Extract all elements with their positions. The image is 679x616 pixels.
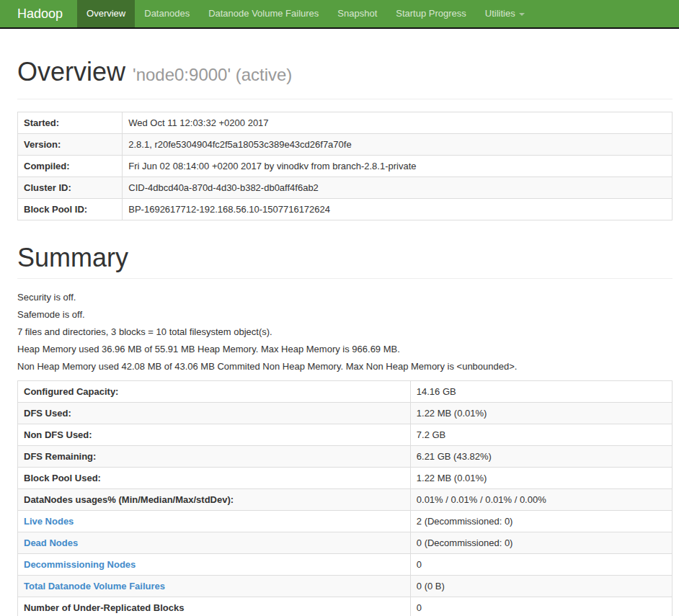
table-row: Live Nodes 2 (Decommissioned: 0) — [18, 511, 673, 532]
overview-table: Started: Wed Oct 11 12:03:32 +0200 2017 … — [17, 112, 673, 220]
summary-row-label-cell: DFS Remaining: — [18, 446, 411, 468]
summary-row-label: DFS Used: — [24, 408, 71, 419]
overview-row-value: 2.8.1, r20fe5304904fc2f5a18053c389e43cd2… — [123, 134, 673, 156]
table-row: DataNodes usages% (Min/Median/Max/stdDev… — [18, 489, 673, 511]
table-row: Version: 2.8.1, r20fe5304904fc2f5a18053c… — [18, 134, 673, 156]
overview-title: Overview — [17, 57, 125, 86]
overview-row-label: Cluster ID: — [18, 177, 123, 199]
summary-row-label-cell: Live Nodes — [18, 511, 411, 532]
overview-row-label: Compiled: — [18, 156, 123, 177]
table-row: Non DFS Used: 7.2 GB — [18, 424, 673, 446]
summary-row-value: 0 (0 B) — [410, 576, 672, 597]
summary-row-value: 7.2 GB — [410, 424, 672, 446]
page-title: Overview 'node0:9000' (active) — [17, 58, 673, 89]
namenode-address-status: 'node0:9000' (active) — [133, 65, 292, 84]
overview-row-label: Block Pool ID: — [18, 199, 123, 220]
table-row: Block Pool ID: BP-1692617712-192.168.56.… — [18, 199, 673, 220]
nav-item[interactable]: Overview — [77, 0, 135, 27]
summary-row-link[interactable]: Dead Nodes — [24, 537, 78, 548]
summary-row-label-cell: DFS Used: — [18, 403, 411, 424]
table-row: Total Datanode Volume Failures 0 (0 B) — [18, 576, 673, 597]
summary-table: Configured Capacity: 14.16 GB DFS Used: … — [17, 380, 673, 616]
overview-row-value: CID-4dbcd40a-870d-4d30-b382-db0aff4f6ab2 — [123, 177, 673, 199]
summary-paragraphs: Security is off. Safemode is off. 7 file… — [17, 291, 673, 372]
table-row: Block Pool Used: 1.22 MB (0.01%) — [18, 468, 673, 489]
table-row: Decommissioning Nodes 0 — [18, 554, 673, 576]
summary-row-value: 0 — [410, 597, 672, 616]
nav-item[interactable]: Snapshot — [328, 0, 386, 27]
summary-row-label-cell: Dead Nodes — [18, 532, 411, 554]
overview-row-value: BP-1692617712-192.168.56.10-150771617262… — [123, 199, 673, 220]
top-navbar: Hadoop Overview Datanodes Datanode Volum… — [0, 0, 679, 29]
nav-item-label: Overview — [86, 8, 125, 19]
summary-row-value: 0.01% / 0.01% / 0.01% / 0.00% — [410, 489, 672, 511]
nav-item[interactable]: Utilities — [476, 0, 534, 27]
summary-row-label: Block Pool Used: — [24, 473, 101, 483]
summary-row-label: DataNodes usages% (Min/Median/Max/stdDev… — [24, 494, 234, 505]
table-row: Number of Under-Replicated Blocks 0 — [18, 597, 673, 616]
overview-row-value: Fri Jun 02 08:14:00 +0200 2017 by vinodk… — [123, 156, 673, 177]
table-row: DFS Used: 1.22 MB (0.01%) — [18, 403, 673, 424]
nav-item-label: Datanode Volume Failures — [208, 8, 319, 19]
nav-item[interactable]: Startup Progress — [386, 0, 476, 27]
summary-row-link[interactable]: Total Datanode Volume Failures — [24, 581, 165, 592]
table-row: Started: Wed Oct 11 12:03:32 +0200 2017 — [18, 112, 673, 134]
table-row: DFS Remaining: 6.21 GB (43.82%) — [18, 446, 673, 468]
overview-row-value: Wed Oct 11 12:03:32 +0200 2017 — [123, 112, 673, 134]
summary-row-label-cell: DataNodes usages% (Min/Median/Max/stdDev… — [18, 489, 411, 511]
summary-row-label-cell: Decommissioning Nodes — [18, 554, 411, 576]
summary-row-label-cell: Total Datanode Volume Failures — [18, 576, 411, 597]
summary-row-label-cell: Block Pool Used: — [18, 468, 411, 489]
table-row: Compiled: Fri Jun 02 08:14:00 +0200 2017… — [18, 156, 673, 177]
nav-item-label: Utilities — [485, 8, 515, 19]
table-row: Configured Capacity: 14.16 GB — [18, 381, 673, 403]
summary-info-line: Safemode is off. — [17, 308, 673, 321]
table-row: Cluster ID: CID-4dbcd40a-870d-4d30-b382-… — [18, 177, 673, 199]
summary-info-line: 7 files and directories, 3 blocks = 10 t… — [17, 326, 673, 338]
divider — [17, 278, 673, 279]
summary-row-value: 0 — [410, 554, 672, 576]
summary-info-line: Non Heap Memory used 42.08 MB of 43.06 M… — [17, 360, 673, 372]
summary-row-label: Number of Under-Replicated Blocks — [24, 602, 185, 613]
divider — [17, 99, 673, 99]
table-row: Dead Nodes 0 (Decommissioned: 0) — [18, 532, 673, 554]
summary-title: Summary — [17, 244, 673, 272]
page-content: Overview 'node0:9000' (active) Started: … — [0, 58, 679, 616]
nav-item-label: Datanodes — [144, 8, 190, 19]
summary-row-label: Non DFS Used: — [24, 429, 92, 440]
summary-row-link[interactable]: Live Nodes — [24, 516, 74, 527]
summary-info-line: Security is off. — [17, 291, 673, 303]
summary-row-label: Configured Capacity: — [24, 386, 118, 397]
nav-item[interactable]: Datanodes — [135, 0, 199, 27]
summary-row-value: 2 (Decommissioned: 0) — [410, 511, 672, 532]
summary-row-label: DFS Remaining: — [24, 451, 96, 462]
chevron-down-icon — [519, 13, 525, 16]
nav-item-label: Startup Progress — [396, 8, 466, 19]
summary-row-label-cell: Configured Capacity: — [18, 381, 411, 403]
navbar-menu: Overview Datanodes Datanode Volume Failu… — [77, 0, 534, 27]
nav-item-label: Snapshot — [337, 8, 377, 19]
summary-info-line: Heap Memory used 36.96 MB of 55.91 MB He… — [17, 343, 673, 355]
summary-row-label-cell: Number of Under-Replicated Blocks — [18, 597, 411, 616]
summary-row-value: 1.22 MB (0.01%) — [410, 468, 672, 489]
brand-hadoop[interactable]: Hadoop — [0, 0, 77, 27]
nav-item[interactable]: Datanode Volume Failures — [199, 0, 328, 27]
summary-row-label-cell: Non DFS Used: — [18, 424, 411, 446]
overview-row-label: Version: — [18, 134, 123, 156]
summary-row-value: 0 (Decommissioned: 0) — [410, 532, 672, 554]
summary-row-value: 1.22 MB (0.01%) — [410, 403, 672, 424]
summary-row-value: 6.21 GB (43.82%) — [410, 446, 672, 468]
overview-row-label: Started: — [18, 112, 123, 134]
summary-row-link[interactable]: Decommissioning Nodes — [24, 559, 136, 570]
summary-row-value: 14.16 GB — [410, 381, 672, 403]
